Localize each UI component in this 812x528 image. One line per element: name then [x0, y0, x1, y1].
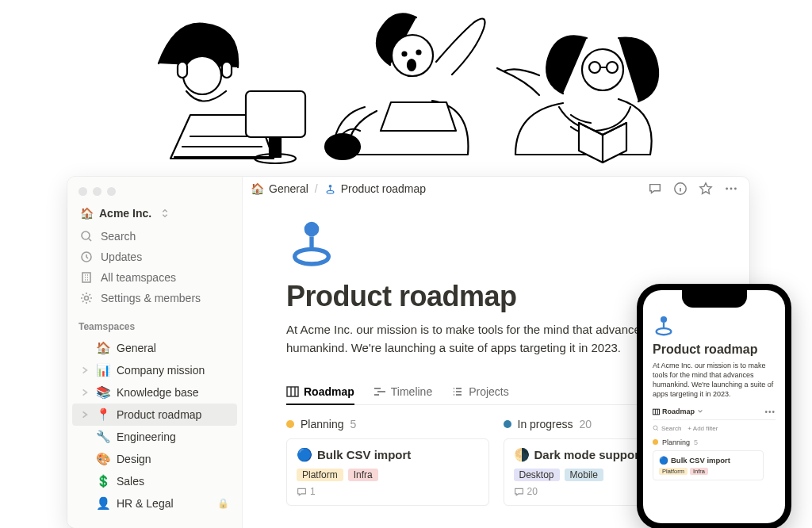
sidebar-item-engineering[interactable]: 🔧Engineering — [72, 426, 237, 448]
sidebar: 🏠 Acme Inc. Search Updates All teamspace… — [67, 177, 243, 528]
sidebar-search[interactable]: Search — [72, 226, 237, 247]
teamspace-emoji: 🏠 — [96, 341, 110, 355]
phone-tabs: Roadmap ••• — [653, 407, 776, 420]
timeline-icon — [373, 385, 386, 398]
sidebar-item-knowledge-base[interactable]: 📚Knowledge base — [72, 381, 237, 404]
teamspace-emoji: 🔧 — [96, 430, 110, 444]
phone-card[interactable]: 🔵 Bulk CSV import PlatformInfra — [653, 450, 764, 480]
svg-rect-3 — [246, 91, 305, 137]
search-icon — [653, 425, 659, 431]
svg-point-18 — [328, 184, 331, 187]
tab-projects[interactable]: Projects — [451, 381, 509, 405]
board-icon — [286, 385, 299, 398]
board-card[interactable]: 🔵Bulk CSV importPlatformInfra1 — [286, 438, 489, 506]
phone-page-icon — [653, 314, 675, 336]
column-status: In progress — [518, 418, 573, 430]
phone-add-filter[interactable]: + Add filter — [688, 425, 718, 432]
topbar-actions — [648, 182, 738, 196]
comments-icon[interactable] — [648, 182, 662, 196]
teamspace-emoji: 📍 — [96, 407, 110, 422]
svg-rect-29 — [653, 409, 660, 415]
phone-tab-roadmap[interactable]: Roadmap — [653, 407, 703, 415]
phone-column-status: Planning — [662, 438, 690, 446]
phone-tab-label: Roadmap — [662, 407, 695, 415]
column-count: 20 — [580, 418, 592, 430]
star-icon[interactable] — [699, 182, 713, 196]
teamspace-label: Company mission — [117, 364, 229, 377]
traffic-dot[interactable] — [93, 187, 102, 196]
tag: Platform — [297, 469, 343, 481]
status-dot — [286, 420, 294, 428]
column-header[interactable]: Planning5 — [286, 418, 489, 430]
status-dot — [504, 420, 511, 428]
sidebar-item-design[interactable]: 🎨Design — [72, 448, 237, 470]
phone-more-icon[interactable]: ••• — [764, 407, 776, 416]
workspace-switcher[interactable]: 🏠 Acme Inc. — [67, 204, 242, 224]
sidebar-settings[interactable]: Settings & members — [72, 288, 237, 308]
tab-timeline[interactable]: Timeline — [373, 381, 432, 405]
svg-rect-4 — [270, 137, 281, 157]
tag: Infra — [348, 469, 378, 481]
comment-icon — [297, 487, 307, 497]
sidebar-updates[interactable]: Updates — [72, 247, 237, 267]
sidebar-item-hr-legal[interactable]: 👤HR & Legal🔒 — [72, 492, 237, 515]
chevron-right-icon — [80, 410, 90, 419]
sidebar-item-sales[interactable]: 💲Sales — [72, 470, 237, 492]
breadcrumb-root-label: General — [269, 182, 308, 195]
tab-roadmap[interactable]: Roadmap — [286, 381, 354, 405]
svg-point-23 — [734, 188, 737, 190]
teamspaces-list: 🏠General📊Company mission📚Knowledge base📍… — [67, 335, 242, 516]
svg-point-19 — [327, 190, 334, 193]
gear-icon — [80, 292, 93, 304]
tag: Desktop — [514, 469, 560, 481]
sidebar-item-product-roadmap[interactable]: 📍Product roadmap — [72, 404, 237, 426]
teamspace-label: Design — [117, 453, 229, 465]
card-tags: PlatformInfra — [297, 469, 479, 481]
teamspace-label: General — [117, 342, 229, 354]
svg-point-25 — [295, 249, 329, 264]
card-title: Bulk CSV import — [317, 448, 411, 461]
chevron-right-icon — [80, 365, 90, 375]
svg-rect-2 — [222, 62, 232, 78]
tab-label: Projects — [469, 385, 509, 398]
teamspace-emoji: 💲 — [96, 474, 110, 488]
breadcrumb-page-label: Product roadmap — [341, 182, 426, 195]
page-icon[interactable] — [286, 216, 342, 272]
phone-filters: Search + Add filter — [653, 425, 776, 432]
chevron-right-icon — [80, 388, 90, 397]
svg-point-12 — [589, 62, 600, 73]
breadcrumb-root[interactable]: 🏠 General — [251, 182, 308, 195]
svg-point-5 — [255, 154, 296, 163]
sidebar-item-general[interactable]: 🏠General — [72, 337, 237, 359]
sidebar-teamspaces-label: All teamspaces — [101, 271, 176, 284]
svg-point-10 — [325, 134, 360, 159]
svg-rect-16 — [82, 273, 90, 282]
svg-point-13 — [607, 62, 618, 73]
phone-column-header: Planning 5 — [653, 438, 776, 446]
column-status: Planning — [301, 418, 344, 430]
card-comments: 1 — [297, 486, 479, 497]
info-icon[interactable] — [673, 182, 688, 196]
svg-point-7 — [403, 52, 407, 56]
breadcrumb-page[interactable]: Product roadmap — [324, 182, 426, 195]
phone-search[interactable]: Search — [653, 425, 681, 432]
sidebar-item-company-mission[interactable]: 📊Company mission — [72, 359, 237, 381]
comment-icon — [514, 487, 524, 497]
teamspace-label: Engineering — [117, 430, 229, 443]
sidebar-teamspaces[interactable]: All teamspaces — [72, 267, 237, 288]
card-emoji: 🌗 — [514, 447, 530, 462]
board-column-planning: Planning5🔵Bulk CSV importPlatformInfra1 — [286, 418, 489, 506]
topbar: 🏠 General / Product roadmap — [243, 177, 749, 201]
phone-card-title: Bulk CSV import — [671, 456, 730, 465]
traffic-dot[interactable] — [107, 187, 116, 196]
home-icon: 🏠 — [251, 182, 264, 195]
building-icon — [80, 271, 93, 284]
phone-column-count: 5 — [694, 438, 698, 446]
sidebar-settings-label: Settings & members — [101, 292, 201, 304]
svg-point-11 — [582, 49, 623, 90]
traffic-dot[interactable] — [79, 187, 87, 196]
column-count: 5 — [350, 418, 357, 430]
svg-point-24 — [304, 222, 320, 237]
more-icon[interactable] — [724, 182, 738, 196]
svg-point-0 — [183, 56, 221, 94]
